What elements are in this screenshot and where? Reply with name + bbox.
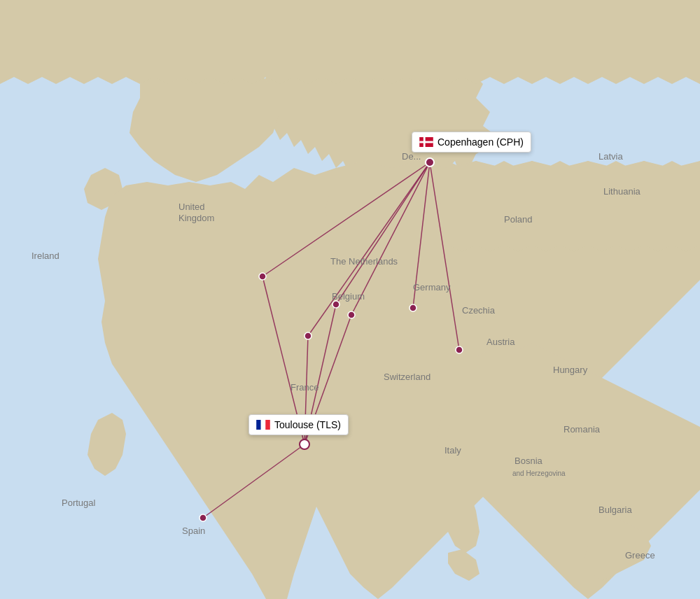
france-flag	[256, 420, 270, 430]
svg-text:Latvia: Latvia	[598, 151, 623, 162]
svg-text:Spain: Spain	[182, 526, 205, 536]
svg-text:Romania: Romania	[564, 424, 601, 435]
map-container: Ireland United Kingdom The Netherlands B…	[0, 0, 700, 599]
svg-text:Kingdom: Kingdom	[178, 213, 214, 223]
svg-rect-47	[256, 420, 261, 430]
toulouse-label-text: Toulouse (TLS)	[274, 419, 341, 430]
copenhagen-label-text: Copenhagen (CPH)	[438, 136, 524, 148]
svg-point-19	[426, 158, 434, 167]
svg-rect-48	[261, 420, 266, 430]
copenhagen-label: Copenhagen (CPH)	[412, 132, 531, 153]
svg-text:Italy: Italy	[444, 445, 461, 456]
svg-point-15	[348, 311, 355, 318]
svg-text:Bosnia: Bosnia	[514, 456, 543, 466]
svg-text:and Herzegovina: and Herzegovina	[512, 470, 566, 477]
svg-point-16	[410, 304, 416, 311]
svg-text:The Netherlands: The Netherlands	[330, 256, 398, 267]
svg-text:Germany: Germany	[413, 282, 451, 293]
svg-text:United: United	[178, 202, 205, 212]
svg-text:France: France	[290, 382, 318, 393]
svg-text:Czechia: Czechia	[462, 305, 496, 316]
svg-rect-46	[419, 141, 433, 143]
svg-point-20	[300, 439, 309, 449]
svg-text:Switzerland: Switzerland	[384, 372, 430, 382]
svg-point-13	[304, 332, 312, 339]
denmark-flag	[419, 137, 433, 147]
svg-text:Austria: Austria	[486, 337, 515, 347]
svg-text:Portugal: Portugal	[62, 498, 96, 508]
svg-text:Ireland: Ireland	[31, 251, 59, 261]
svg-point-17	[456, 346, 463, 353]
svg-text:Bulgaria: Bulgaria	[598, 505, 632, 515]
svg-point-12	[259, 273, 266, 280]
svg-rect-49	[265, 420, 270, 430]
toulouse-label: Toulouse (TLS)	[248, 414, 349, 435]
svg-text:Lithuania: Lithuania	[603, 186, 641, 197]
svg-text:Poland: Poland	[504, 214, 532, 225]
svg-text:Greece: Greece	[625, 550, 655, 561]
svg-text:Belgium: Belgium	[332, 291, 365, 302]
svg-point-18	[200, 514, 206, 521]
svg-point-14	[332, 301, 340, 308]
svg-text:De...: De...	[402, 151, 421, 162]
svg-text:Hungary: Hungary	[553, 365, 588, 375]
